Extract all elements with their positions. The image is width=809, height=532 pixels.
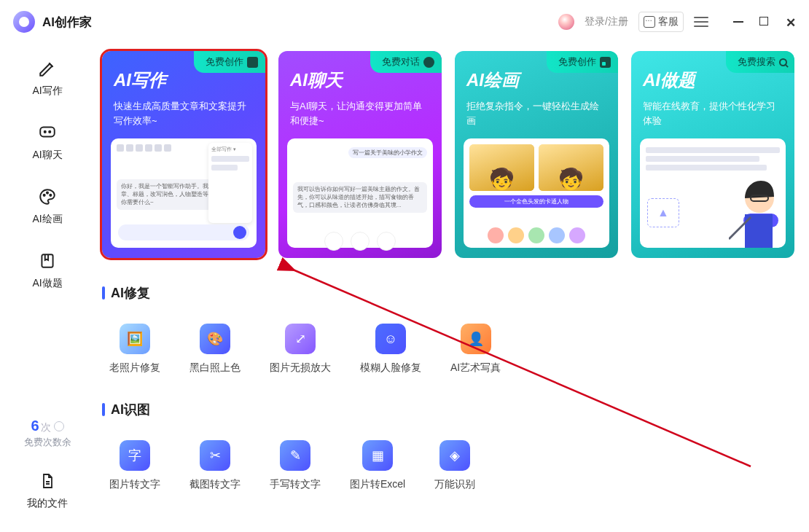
card-desc: 拒绝复杂指令，一键轻松生成绘画 <box>466 99 606 128</box>
edit-icon <box>247 57 258 68</box>
tool-universal-ocr[interactable]: ◈万能识别 <box>434 440 475 491</box>
tool-screenshot-to-text[interactable]: ✂截图转文字 <box>189 440 241 491</box>
svg-rect-0 <box>40 127 55 136</box>
service-label: 客服 <box>658 15 679 28</box>
avatar[interactable] <box>558 14 574 30</box>
expand-icon: ⤢ <box>285 324 316 354</box>
card-desc: 智能在线教育，提供个性化学习体验 <box>643 99 783 128</box>
portrait-icon: 👤 <box>461 324 491 354</box>
tool-face-deblur[interactable]: ☺模糊人脸修复 <box>360 324 421 375</box>
scan-icon: ◈ <box>439 440 470 471</box>
send-icon <box>233 226 246 239</box>
section-title-repair: AI修复 <box>102 284 794 302</box>
dots-icon <box>423 57 434 68</box>
close-button[interactable]: ✕ <box>786 17 796 27</box>
card-preview: 🧒🧒 一个金色头发的卡通人物 <box>464 138 609 248</box>
pen-icon <box>37 58 58 79</box>
card-preview: 写一篇关于美味的小学作文 我可以告诉你如何写好一篇美味主题的作文。首先，你可以从… <box>287 138 433 248</box>
bookmark-icon <box>37 251 58 271</box>
menu-button[interactable] <box>694 17 708 27</box>
sidebar-item-homework[interactable]: AI做题 <box>32 251 62 290</box>
sidebar-item-paint[interactable]: AI绘画 <box>32 187 62 226</box>
sidebar-item-myfiles[interactable]: 我的文件 <box>27 471 68 510</box>
brush-icon: 🎨 <box>200 324 230 354</box>
tool-img-to-excel[interactable]: ▦图片转Excel <box>350 440 405 491</box>
card-desc: 与AI聊天，让沟通变得更加简单和便捷~ <box>290 99 430 128</box>
app-logo <box>13 11 35 33</box>
tool-lossless-upscale[interactable]: ⤢图片无损放大 <box>270 324 331 375</box>
face-icon: ☺ <box>375 324 406 354</box>
tool-bw-colorize[interactable]: 🎨黑白照上色 <box>189 324 241 375</box>
sidebar: AI写作 AI聊天 AI绘画 AI做题 6次 免费次数余 我的文件 <box>0 44 95 532</box>
svg-rect-6 <box>42 254 52 267</box>
card-desc: 快速生成高质量文章和文案提升写作效率~ <box>114 99 254 128</box>
tool-ai-portrait[interactable]: 👤AI艺术写真 <box>450 324 501 375</box>
section-title-ocr: AI识图 <box>102 401 794 418</box>
card-badge: 免费创作 <box>547 51 618 73</box>
feature-card-paint[interactable]: 免费创作 AI绘画 拒绝复杂指令，一键轻松生成绘画 🧒🧒 一个金色头发的卡通人物 <box>455 51 618 258</box>
card-badge: 免费创作 <box>194 51 265 73</box>
sidebar-item-chat[interactable]: AI聊天 <box>32 122 62 162</box>
maximize-button[interactable] <box>759 17 770 27</box>
feature-card-chat[interactable]: 免费对话 AI聊天 与AI聊天，让沟通变得更加简单和便捷~ 写一篇关于美味的小学… <box>278 51 442 258</box>
main-content: 免费创作 AI写作 快速生成高质量文章和文案提升写作效率~ 你好，我是一个智能写… <box>95 44 809 532</box>
svg-point-4 <box>47 192 48 194</box>
upload-box-icon: ▲ <box>647 198 679 227</box>
card-preview: ▲ 开始生成 <box>640 138 786 248</box>
search-icon <box>779 58 787 66</box>
crop-icon: ✂ <box>200 440 230 471</box>
chat-bubble-icon <box>37 122 58 143</box>
tool-handwrite-to-text[interactable]: ✎手写转文字 <box>270 440 321 491</box>
svg-point-5 <box>50 195 51 196</box>
svg-point-1 <box>44 131 46 133</box>
minimize-button[interactable] <box>733 17 743 27</box>
feature-card-homework[interactable]: 免费搜索 AI做题 智能在线教育，提供个性化学习体验 ▲ 开始生成 <box>631 51 794 258</box>
app-title: AI创作家 <box>42 14 92 31</box>
free-count: 6次 免费次数余 <box>24 418 71 449</box>
chat-icon <box>644 16 655 28</box>
info-icon <box>54 421 64 431</box>
file-icon <box>37 471 58 491</box>
palette-icon <box>37 187 58 207</box>
customer-service-button[interactable]: 客服 <box>638 12 684 32</box>
teacher-illustration <box>729 166 784 248</box>
tool-old-photo-repair[interactable]: 🖼️老照片修复 <box>109 324 160 375</box>
ocr-icon: 字 <box>120 440 150 471</box>
image-icon <box>600 57 611 68</box>
title-bar: AI创作家 登录/注册 客服 ✕ <box>0 0 809 44</box>
handwrite-icon: ✎ <box>280 440 310 471</box>
sidebar-item-write[interactable]: AI写作 <box>32 58 62 98</box>
tool-img-to-text[interactable]: 字图片转文字 <box>109 440 160 491</box>
svg-point-3 <box>44 195 45 196</box>
svg-point-2 <box>49 131 50 133</box>
card-badge: 免费对话 <box>370 51 442 73</box>
card-badge: 免费搜索 <box>726 51 794 73</box>
card-preview: 你好，我是一个智能写作助手。我可以帮你写文章、标题，改写润色，人物塑造等等。请告… <box>111 138 257 248</box>
login-link[interactable]: 登录/注册 <box>585 15 628 28</box>
excel-icon: ▦ <box>362 440 393 471</box>
feature-card-write[interactable]: 免费创作 AI写作 快速生成高质量文章和文案提升写作效率~ 你好，我是一个智能写… <box>102 51 265 258</box>
photo-icon: 🖼️ <box>120 324 150 354</box>
